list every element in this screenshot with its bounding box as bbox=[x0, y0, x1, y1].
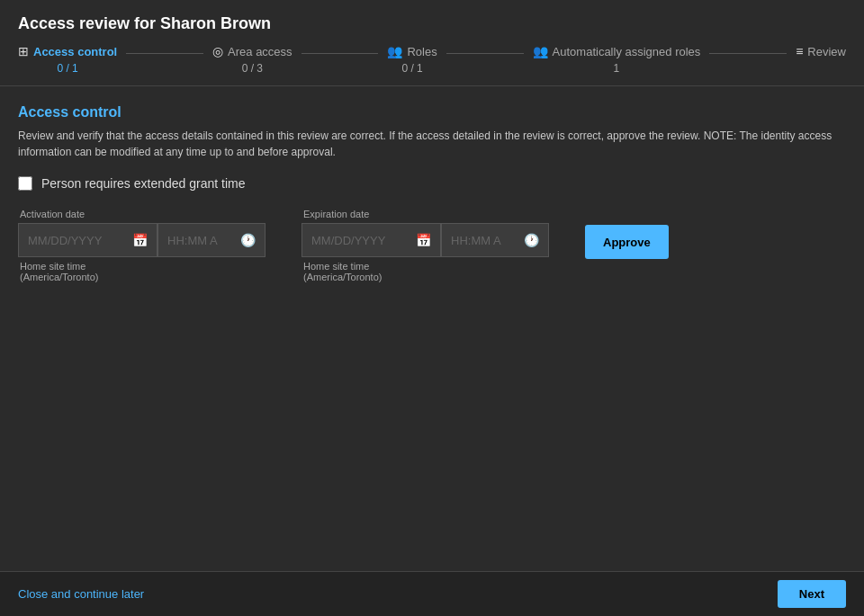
expiration-date-label: Expiration date bbox=[302, 209, 549, 219]
step-area-access-label: Area access bbox=[228, 45, 292, 58]
clock-icon-expiration[interactable]: 🕐 bbox=[524, 233, 539, 247]
clock-icon-activation[interactable]: 🕐 bbox=[240, 233, 256, 247]
calendar-icon-expiration[interactable]: 📅 bbox=[416, 233, 431, 247]
step-roles-count: 0 / 1 bbox=[401, 62, 422, 75]
auto-roles-icon: 👥 bbox=[533, 44, 548, 58]
activation-date-group: Activation date MM/DD/YYYY 📅 HH:MM A 🕐 H… bbox=[18, 209, 266, 282]
expiration-section: Expiration date MM/DD/YYYY 📅 HH:MM A 🕐 H… bbox=[302, 209, 549, 282]
step-access-control-count: 0 / 1 bbox=[57, 62, 77, 75]
expiration-date-group: Expiration date MM/DD/YYYY 📅 HH:MM A 🕐 H… bbox=[302, 209, 549, 282]
next-button[interactable]: Next bbox=[778, 580, 846, 608]
access-control-icon: ⊞ bbox=[18, 44, 29, 58]
step-auto-roles-label: Automatically assigned roles bbox=[553, 45, 701, 58]
page-title: Access review for Sharon Brown bbox=[0, 0, 864, 44]
activation-time-placeholder: HH:MM A bbox=[167, 234, 240, 247]
step-review[interactable]: ≡ Review bbox=[796, 44, 846, 62]
activation-date-label: Activation date bbox=[18, 209, 266, 219]
extended-grant-label[interactable]: Person requires extended grant time bbox=[41, 176, 245, 191]
step-line-3 bbox=[446, 53, 524, 54]
main-content: Access control Review and verify that th… bbox=[0, 86, 864, 300]
activation-section: Activation date MM/DD/YYYY 📅 HH:MM A 🕐 H… bbox=[18, 209, 266, 282]
expiration-date-placeholder: MM/DD/YYYY bbox=[311, 234, 416, 247]
expiration-fields-row: MM/DD/YYYY 📅 HH:MM A 🕐 bbox=[302, 223, 549, 257]
activation-sub-label: Home site time (America/Toronto) bbox=[18, 261, 266, 282]
step-roles-label: Roles bbox=[407, 45, 436, 58]
step-review-label: Review bbox=[807, 45, 846, 58]
roles-icon: 👥 bbox=[387, 44, 402, 58]
activation-fields-row: MM/DD/YYYY 📅 HH:MM A 🕐 bbox=[18, 223, 266, 257]
step-area-access-count: 0 / 3 bbox=[242, 62, 263, 75]
expiration-time-placeholder: HH:MM A bbox=[451, 234, 524, 247]
step-roles[interactable]: 👥 Roles 0 / 1 bbox=[387, 44, 436, 75]
step-line-2 bbox=[302, 53, 379, 54]
activation-date-wrapper[interactable]: MM/DD/YYYY 📅 bbox=[18, 223, 158, 257]
stepper: ⊞ Access control 0 / 1 ◎ Area access 0 /… bbox=[0, 44, 864, 86]
expiration-time-wrapper[interactable]: HH:MM A 🕐 bbox=[441, 223, 549, 257]
expiration-date-wrapper[interactable]: MM/DD/YYYY 📅 bbox=[302, 223, 441, 257]
activation-time-wrapper[interactable]: HH:MM A 🕐 bbox=[158, 223, 266, 257]
approve-button[interactable]: Approve bbox=[585, 225, 669, 259]
review-icon: ≡ bbox=[796, 44, 803, 58]
activation-date-placeholder: MM/DD/YYYY bbox=[28, 234, 132, 247]
step-line-4 bbox=[709, 53, 787, 54]
extended-grant-checkbox-row: Person requires extended grant time bbox=[18, 176, 846, 191]
area-access-icon: ◎ bbox=[212, 44, 223, 58]
section-title: Access control bbox=[18, 104, 846, 121]
step-line-1 bbox=[126, 53, 203, 54]
section-description: Review and verify that the access detail… bbox=[18, 128, 846, 160]
expiration-sub-label: Home site time (America/Toronto) bbox=[302, 261, 549, 282]
bottom-bar: Close and continue later Next bbox=[0, 571, 864, 616]
step-auto-roles-count: 1 bbox=[614, 62, 620, 75]
step-access-control[interactable]: ⊞ Access control 0 / 1 bbox=[18, 44, 117, 75]
step-auto-roles[interactable]: 👥 Automatically assigned roles 1 bbox=[533, 44, 701, 75]
fields-approve-row: Activation date MM/DD/YYYY 📅 HH:MM A 🕐 H… bbox=[18, 209, 846, 282]
step-area-access[interactable]: ◎ Area access 0 / 3 bbox=[212, 44, 292, 75]
extended-grant-checkbox[interactable] bbox=[18, 176, 32, 191]
step-access-control-label: Access control bbox=[33, 45, 117, 58]
calendar-icon-activation[interactable]: 📅 bbox=[132, 233, 148, 247]
close-continue-later-link[interactable]: Close and continue later bbox=[18, 587, 144, 601]
